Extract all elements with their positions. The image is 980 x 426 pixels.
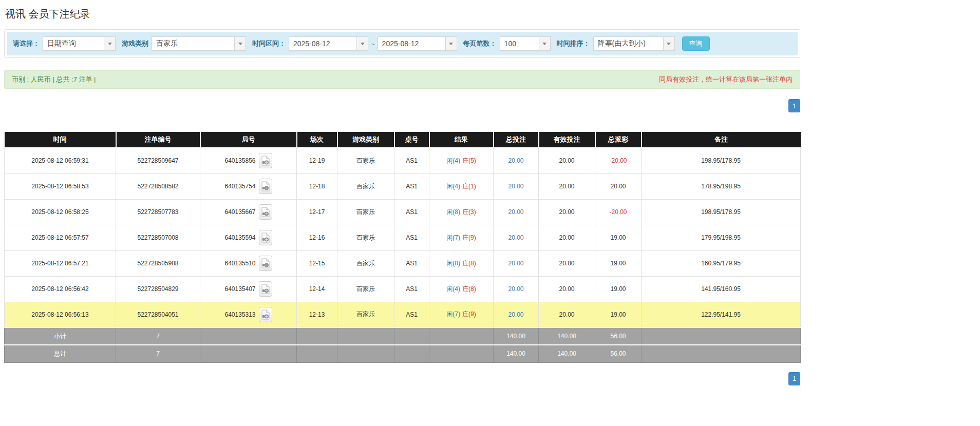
page-button-1[interactable]: 1 — [788, 372, 800, 385]
bet-records-table: 时间注单编号局号场次游戏类别桌号结果总投注有效投注总派彩备注 2025-08-1… — [4, 132, 801, 363]
subtotal-row-empty-cell — [297, 327, 337, 345]
payout: 19.00 — [595, 276, 642, 302]
game-type-value: 百家乐 — [152, 37, 234, 50]
page-container: 视讯 会员下注纪录 请选择： 日期查询 游戏类别 百家乐 时间区间： 2025-… — [0, 0, 804, 395]
payout: 19.00 — [595, 225, 642, 250]
page-size-value: 100 — [500, 37, 539, 50]
round-cell: 640135856 — [200, 148, 297, 173]
bet-time: 2025-08-12 06:57:57 — [5, 225, 116, 250]
round-number: 640135313 — [224, 311, 255, 318]
chevron-down-icon[interactable] — [104, 37, 115, 50]
subtotal-row-label: 小计 — [5, 327, 116, 345]
note: 178.95/198.95 — [642, 173, 801, 199]
result-banker: 庄(5) — [462, 157, 476, 164]
query-type-select[interactable]: 日期查询 — [43, 36, 116, 51]
result-player: 闲(7) — [446, 234, 460, 241]
session: 12-17 — [297, 199, 337, 225]
chevron-down-icon[interactable] — [445, 37, 457, 50]
chevron-down-icon[interactable] — [663, 37, 674, 50]
bet-time: 2025-08-12 06:59:31 — [5, 148, 116, 173]
date-from-value: 2025-08-12 — [289, 37, 356, 50]
header-result: 结果 — [429, 132, 494, 148]
subtotal-row-empty-cell — [429, 327, 494, 345]
round-number: 640135667 — [224, 208, 255, 216]
total-bet-link[interactable]: 20.00 — [508, 157, 523, 164]
video-record-button[interactable] — [259, 307, 272, 322]
table-number: AS1 — [394, 148, 429, 173]
game-type-select[interactable]: 百家乐 — [152, 36, 246, 51]
total-row-count: 7 — [116, 345, 200, 362]
table-number: AS1 — [394, 276, 429, 302]
header-bet-id: 注单编号 — [116, 132, 200, 148]
subtotal-row-total-bet: 140.00 — [494, 327, 539, 345]
date-from-select[interactable]: 2025-08-12 — [289, 36, 368, 51]
table-row: 2025-08-12 06:57:21522728505908640135510… — [5, 250, 801, 276]
query-type-value: 日期查询 — [43, 37, 104, 50]
chevron-down-icon[interactable] — [356, 37, 368, 50]
payout: 19.00 — [595, 302, 642, 327]
total-bet-cell: 20.00 — [494, 276, 539, 302]
total-row-total-bet: 140.00 — [494, 345, 539, 362]
valid-bet-notice-text: 同局有效投注，统一计算在该局第一张注单内 — [659, 75, 793, 84]
video-record-button[interactable] — [259, 281, 272, 297]
date-to-select[interactable]: 2025-08-12 — [378, 36, 457, 51]
result-player: 闲(4) — [446, 157, 460, 164]
sort-order-select[interactable]: 降幂(由大到小) — [593, 36, 675, 51]
header-session: 场次 — [297, 132, 337, 148]
session: 12-13 — [297, 302, 337, 327]
table-number: AS1 — [394, 302, 429, 327]
table-row: 2025-08-12 06:56:13522728504051640135313… — [5, 302, 801, 327]
query-button[interactable]: 查询 — [682, 36, 710, 51]
round-cell: 640135594 — [200, 225, 297, 250]
video-record-button[interactable] — [259, 230, 272, 245]
bet-time: 2025-08-12 06:56:42 — [5, 276, 116, 302]
chevron-down-icon[interactable] — [234, 37, 246, 50]
page-size-select[interactable]: 100 — [500, 36, 551, 51]
video-file-icon — [261, 181, 270, 191]
valid-bet: 20.00 — [539, 302, 595, 327]
page-title: 视讯 会员下注纪录 — [5, 7, 800, 21]
total-bet-link[interactable]: 20.00 — [508, 285, 523, 293]
total-bet-cell: 20.00 — [494, 173, 539, 199]
video-record-button[interactable] — [259, 153, 272, 168]
subtotal-row-valid-bet: 140.00 — [539, 327, 595, 345]
valid-bet: 20.00 — [539, 276, 595, 302]
total-bet-link[interactable]: 20.00 — [508, 183, 523, 190]
video-record-button[interactable] — [259, 204, 272, 220]
video-record-button[interactable] — [259, 179, 272, 194]
result-player: 闲(0) — [446, 260, 460, 267]
date-to-value: 2025-08-12 — [378, 37, 445, 50]
note: 198.95/178.95 — [642, 148, 801, 173]
video-file-icon — [261, 233, 270, 243]
total-bet-link[interactable]: 20.00 — [508, 234, 523, 241]
round-cell: 640135754 — [200, 173, 297, 199]
total-bet-link[interactable]: 20.00 — [508, 260, 523, 267]
subtotal-row-empty-cell — [394, 327, 429, 345]
game-type: 百家乐 — [337, 199, 394, 225]
note: 141.95/160.95 — [642, 276, 801, 302]
video-record-button[interactable] — [259, 256, 272, 271]
bet-id: 522728509647 — [116, 148, 200, 173]
round-cell: 640135407 — [200, 276, 297, 302]
header-game-type: 游戏类别 — [337, 132, 394, 148]
page-button-1[interactable]: 1 — [788, 99, 800, 112]
note: 160.95/179.95 — [642, 250, 801, 276]
note: 179.95/198.95 — [642, 225, 801, 250]
round-number: 640135594 — [224, 234, 255, 241]
total-bet-link[interactable]: 20.00 — [508, 208, 523, 216]
total-row-label: 总计 — [5, 345, 116, 362]
subtotal-row-payout: 56.00 — [595, 327, 642, 345]
total-bet-cell: 20.00 — [494, 199, 539, 225]
total-bet-link[interactable]: 20.00 — [508, 311, 523, 318]
total-bet-cell: 20.00 — [494, 148, 539, 173]
round-number: 640135856 — [224, 157, 255, 164]
sort-order-label: 时间排序： — [557, 39, 590, 48]
chevron-down-icon[interactable] — [539, 37, 550, 50]
result-banker: 庄(8) — [462, 285, 476, 293]
table-number: AS1 — [394, 225, 429, 250]
result-banker: 庄(3) — [462, 208, 476, 216]
header-total-bet: 总投注 — [494, 132, 539, 148]
sort-order-value: 降幂(由大到小) — [594, 37, 663, 50]
result-player: 闲(4) — [446, 183, 460, 190]
game-type: 百家乐 — [337, 276, 394, 302]
